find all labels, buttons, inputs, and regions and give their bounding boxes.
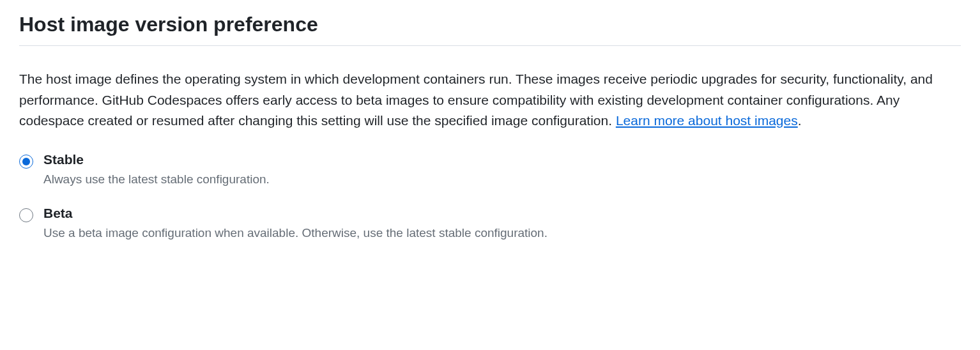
radio-content: Stable Always use the latest stable conf… [43,152,270,188]
description-period: . [798,113,802,128]
radio-group: Stable Always use the latest stable conf… [19,152,961,242]
stable-label[interactable]: Stable [43,152,270,167]
beta-description: Use a beta image configuration when avai… [43,225,547,242]
radio-option-stable: Stable Always use the latest stable conf… [19,152,961,188]
learn-more-link[interactable]: Learn more about host images [616,113,798,128]
stable-radio[interactable] [19,155,33,169]
radio-option-beta: Beta Use a beta image configuration when… [19,206,961,242]
radio-content: Beta Use a beta image configuration when… [43,206,547,242]
stable-description: Always use the latest stable configurati… [43,171,270,188]
beta-label[interactable]: Beta [43,206,547,221]
section-description: The host image defines the operating sys… [19,69,961,132]
section-title: Host image version preference [19,13,961,46]
beta-radio[interactable] [19,208,33,222]
